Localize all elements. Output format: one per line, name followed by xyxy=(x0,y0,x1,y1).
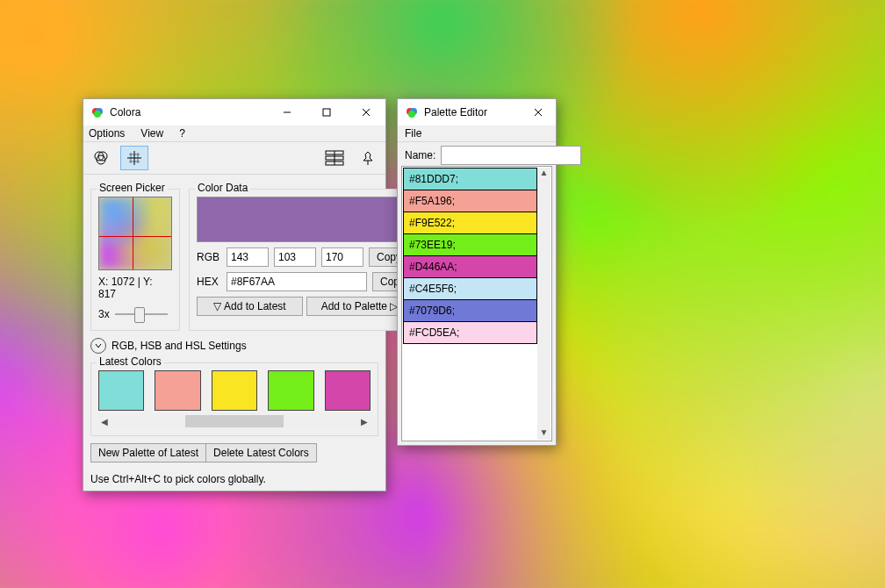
menu-file[interactable]: File xyxy=(405,127,421,140)
rgb-b-input[interactable] xyxy=(321,247,363,267)
palette-row[interactable]: #81DDD7; xyxy=(403,168,537,190)
palette-list: #81DDD7;#F5A196;#F9E522;#73EE19;#D446AA;… xyxy=(401,166,552,441)
hex-input[interactable] xyxy=(227,272,367,291)
current-color-swatch xyxy=(197,197,413,242)
menu-options[interactable]: Options xyxy=(89,127,125,140)
scroll-down-icon[interactable]: ▼ xyxy=(540,427,549,440)
svg-rect-4 xyxy=(323,109,330,116)
status-bar: Use Ctrl+Alt+C to pick colors globally. xyxy=(83,468,385,491)
color-data-group: Color Data RGB Copy HEX Copy ▽ Add to La… xyxy=(189,189,421,331)
palette-list-icon[interactable] xyxy=(320,146,349,170)
settings-label: RGB, HSB and HSL Settings xyxy=(112,340,247,352)
menubar: File xyxy=(398,125,556,142)
app-icon xyxy=(90,105,104,119)
settings-expander[interactable]: RGB, HSB and HSL Settings xyxy=(90,338,378,354)
close-button[interactable] xyxy=(521,99,556,125)
palette-row[interactable]: #FCD5EA; xyxy=(403,321,537,344)
crosshair-icon[interactable] xyxy=(120,146,148,170)
toolbar xyxy=(83,142,385,175)
latest-scrollbar[interactable]: ◀ ▶ xyxy=(98,414,371,428)
scroll-left-icon[interactable]: ◀ xyxy=(98,414,111,428)
palette-row[interactable]: #7079D6; xyxy=(403,299,537,322)
name-label: Name: xyxy=(405,149,435,161)
venn-icon[interactable] xyxy=(87,146,115,170)
screen-picker-view[interactable] xyxy=(98,197,172,270)
titlebar[interactable]: Colora xyxy=(83,99,385,125)
svg-point-23 xyxy=(408,111,415,118)
minimize-button[interactable] xyxy=(267,99,306,125)
window-title: Colora xyxy=(110,106,140,118)
pin-icon[interactable] xyxy=(354,146,382,170)
app-icon xyxy=(405,105,419,119)
latest-swatch[interactable] xyxy=(268,370,313,411)
palette-row[interactable]: #F5A196; xyxy=(403,190,537,212)
add-to-latest-button[interactable]: ▽ Add to Latest xyxy=(197,297,303,316)
svg-point-9 xyxy=(97,155,105,164)
rgb-g-input[interactable] xyxy=(274,247,316,267)
palette-row[interactable]: #F9E522; xyxy=(403,212,537,234)
palette-row[interactable]: #73EE19; xyxy=(403,233,537,256)
latest-colors-group: Latest Colors ◀ ▶ xyxy=(90,362,378,436)
svg-point-2 xyxy=(94,111,101,118)
window-title: Palette Editor xyxy=(424,106,487,118)
delete-latest-button[interactable]: Delete Latest Colors xyxy=(206,443,317,463)
menubar: Options View ? xyxy=(83,125,385,142)
palette-editor-window: Palette Editor File Name: #81DDD7;#F5A19… xyxy=(397,98,557,446)
screen-picker-label: Screen Picker xyxy=(97,182,168,194)
palette-row[interactable]: #C4E5F6; xyxy=(403,277,537,300)
menu-view[interactable]: View xyxy=(140,127,163,140)
latest-swatch[interactable] xyxy=(325,370,371,411)
palette-row[interactable]: #D446AA; xyxy=(403,255,537,278)
zoom-label: 3x xyxy=(98,308,110,320)
palette-name-input[interactable] xyxy=(441,146,581,165)
vertical-scrollbar[interactable]: ▲ ▼ xyxy=(537,168,550,440)
scroll-right-icon[interactable]: ▶ xyxy=(358,414,371,428)
rgb-label: RGB xyxy=(197,251,221,263)
maximize-button[interactable] xyxy=(306,99,346,125)
screen-picker-group: Screen Picker X: 1072 | Y: 817 3x xyxy=(90,189,180,331)
latest-swatch[interactable] xyxy=(98,370,144,411)
picker-coordinates: X: 1072 | Y: 817 xyxy=(98,276,172,300)
scroll-up-icon[interactable]: ▲ xyxy=(540,168,549,180)
new-palette-button[interactable]: New Palette of Latest xyxy=(90,443,206,463)
latest-swatch[interactable] xyxy=(212,370,257,411)
latest-colors-label: Latest Colors xyxy=(97,355,164,368)
color-data-label: Color Data xyxy=(195,182,250,194)
hex-label: HEX xyxy=(197,276,221,288)
menu-help[interactable]: ? xyxy=(179,127,185,140)
latest-swatch[interactable] xyxy=(155,370,200,411)
titlebar[interactable]: Palette Editor xyxy=(398,99,556,125)
chevron-down-icon xyxy=(90,338,106,354)
colora-window: Colora Options View ? Screen Picker xyxy=(83,98,386,491)
close-button[interactable] xyxy=(346,99,385,125)
rgb-r-input[interactable] xyxy=(227,247,269,267)
zoom-slider[interactable] xyxy=(115,305,168,323)
